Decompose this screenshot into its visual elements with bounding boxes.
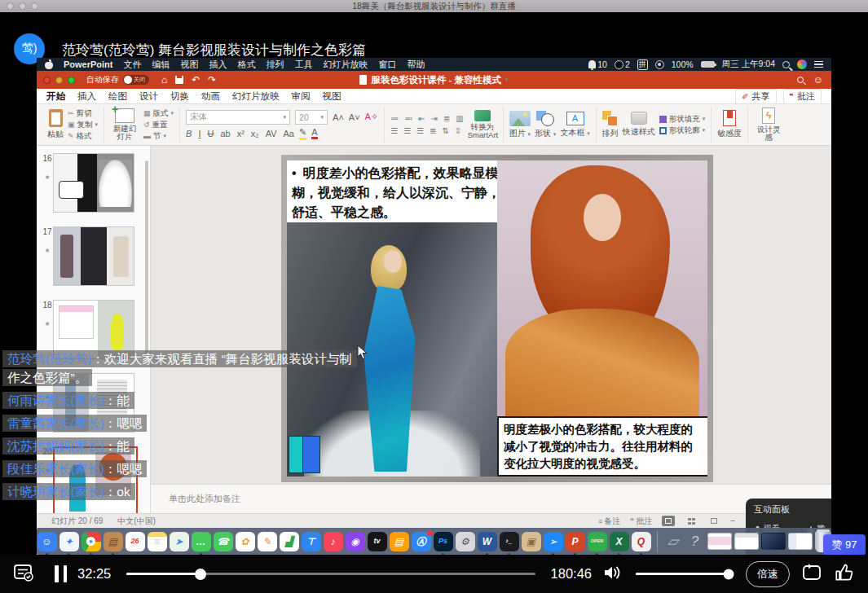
appstore-icon[interactable]: Ⓐ <box>412 532 431 551</box>
home-icon[interactable]: ⌂ <box>161 74 167 86</box>
layout-button[interactable]: ▦版式▾ <box>143 108 174 119</box>
slide-sorter-view-button[interactable] <box>685 516 698 526</box>
menu-item[interactable]: 帮助 <box>408 59 425 71</box>
contacts-icon[interactable]: ▤ <box>104 532 123 551</box>
volume-slider[interactable] <box>636 573 732 575</box>
shrink-font-button[interactable]: A˅ <box>349 112 360 122</box>
window-minimize-icon[interactable] <box>19 2 26 10</box>
volume-button[interactable] <box>602 564 622 585</box>
format-painter-button[interactable]: ✎格式 <box>68 131 98 142</box>
ribbon-tab[interactable]: 审阅 <box>292 90 311 103</box>
books-icon[interactable]: ▤ <box>390 532 409 551</box>
shape-outline-button[interactable]: 形状轮廓▾ <box>659 125 706 136</box>
siri-icon[interactable] <box>797 59 807 69</box>
save-icon[interactable] <box>175 76 183 84</box>
format-button[interactable]: ab <box>220 129 230 138</box>
share-button[interactable]: ✐共享 <box>735 89 776 104</box>
slide-thumbnail[interactable]: 16 ★ <box>42 153 150 213</box>
settings-icon[interactable]: ⚙ <box>456 532 475 551</box>
format-button[interactable]: I <box>198 129 200 138</box>
align-left-icon[interactable]: ☰ <box>390 126 398 135</box>
keynote-icon[interactable]: ⊤ <box>302 532 321 551</box>
autosave-toggle[interactable]: 关闭 <box>123 75 149 85</box>
ribbon-tab[interactable]: 切换 <box>170 90 189 103</box>
align-right-icon[interactable]: ☰ <box>416 126 424 135</box>
normal-view-button[interactable] <box>662 516 675 526</box>
format-button[interactable]: B <box>186 129 192 138</box>
format-button[interactable]: U <box>207 129 214 138</box>
menu-item[interactable]: 工具 <box>295 59 313 71</box>
calendar-icon[interactable]: 26 <box>126 532 145 551</box>
quick-styles-button[interactable]: 快速样式 <box>623 112 655 138</box>
apple-menu-icon[interactable] <box>45 60 53 69</box>
notification-center-icon[interactable] <box>814 61 823 68</box>
ribbon-tab[interactable]: 视图 <box>323 90 341 103</box>
new-slide-button[interactable]: 新建幻灯片 <box>110 108 139 142</box>
slide-thumbnail[interactable]: 17 ★ <box>42 226 150 286</box>
ribbon-tab[interactable]: 幻灯片放映 <box>232 90 280 103</box>
format-button[interactable]: x² <box>237 129 245 138</box>
language-status[interactable]: 中文(中国) <box>117 516 156 527</box>
ribbon-tab[interactable]: 设计 <box>139 90 158 103</box>
notes-icon[interactable]: ≡ <box>148 532 167 551</box>
window-zoom-icon[interactable] <box>31 2 38 10</box>
messages-icon[interactable]: … <box>192 532 211 551</box>
section-button[interactable]: ▬节▾ <box>143 131 174 142</box>
menu-item[interactable]: 幻灯片放映 <box>324 59 368 71</box>
feedback-smiley-icon[interactable]: ☺ <box>813 74 823 86</box>
menubar-clock[interactable]: 周三 上午9:04 <box>722 59 775 70</box>
smartart-button[interactable]: 转换为SmartArt <box>468 110 497 140</box>
window-controls[interactable] <box>7 2 38 10</box>
subtitle-list-button[interactable] <box>13 563 34 586</box>
text-direction-icon[interactable]: ⇅ <box>442 126 448 135</box>
like-count-badge[interactable]: 赞 97 <box>823 534 866 556</box>
window-chrome-icon[interactable] <box>734 533 759 550</box>
portrait-photo[interactable] <box>497 160 707 416</box>
rotate-screen-button[interactable] <box>800 562 823 586</box>
dock-divider[interactable] <box>657 531 658 552</box>
clear-format-button[interactable]: A✧ <box>365 112 379 122</box>
close-icon[interactable] <box>43 77 51 84</box>
window-finder-icon[interactable] <box>788 533 813 550</box>
redo-icon[interactable]: ↷ <box>208 74 216 86</box>
insert-shape-button[interactable]: 形状 ▾ <box>535 111 556 139</box>
align-text-icon[interactable]: ⇳ <box>455 126 461 135</box>
word-icon[interactable]: W <box>478 532 497 551</box>
ppt-window-controls[interactable] <box>43 77 75 84</box>
design-ideas-button[interactable]: ϟ设计灵感 <box>754 108 783 143</box>
slide-bullet-text[interactable]: •明度差小的色彩搭配，效果略显模糊，视觉缓和，给人以深沉、宁静，舒适、平稳之感。 <box>292 164 502 222</box>
progress-handle[interactable] <box>195 569 206 580</box>
format-button[interactable]: Aa <box>283 129 293 138</box>
shape-fill-button[interactable]: 形状填充▾ <box>659 114 706 125</box>
pages-icon[interactable]: ✎ <box>258 532 277 551</box>
finder-icon[interactable]: ☺ <box>37 532 57 551</box>
volume-handle[interactable] <box>724 569 734 579</box>
spotlight-search-icon[interactable] <box>782 61 790 68</box>
comments-toggle[interactable]: ❞批注 <box>630 516 652 527</box>
numbers-icon[interactable]: ▟ <box>280 532 299 551</box>
progress-bar[interactable] <box>126 573 535 575</box>
menu-item[interactable]: 窗口 <box>379 59 397 71</box>
insert-picture-button[interactable]: 图片 ▾ <box>509 111 531 139</box>
comments-button[interactable]: ❞批注 <box>783 89 822 104</box>
podcasts-icon[interactable]: ◉ <box>346 532 365 551</box>
missing-app-icon[interactable]: ? <box>685 532 705 551</box>
undo-icon[interactable]: ↶ <box>192 74 200 86</box>
photoshop-icon[interactable]: Ps <box>434 532 453 551</box>
nutstore-icon[interactable]: ▣ <box>522 532 541 551</box>
slide-thumbnail-image[interactable] <box>53 226 134 286</box>
safari-icon[interactable]: ✦ <box>59 532 79 551</box>
columns-icon[interactable]: ▥ <box>456 114 463 123</box>
photos-icon[interactable]: ✿ <box>236 532 255 551</box>
tv-icon[interactable]: tv <box>368 532 387 551</box>
excel-icon[interactable]: X <box>610 532 629 551</box>
font-size-select[interactable]: 20▾ <box>295 110 328 125</box>
format-button[interactable]: x₂ <box>251 129 259 138</box>
macos-dock[interactable]: ☺ ✦ ● ▤ 26 ≡ ➤ <box>37 528 831 555</box>
highlight-color-button[interactable]: ✎ <box>299 127 306 140</box>
paste-button[interactable]: 粘贴 <box>47 109 64 140</box>
insert-textbox-button[interactable]: A文本框 ▾ <box>560 112 589 138</box>
playback-speed-button[interactable]: 倍速 <box>746 561 790 587</box>
shield-status[interactable]: 2 <box>615 59 630 69</box>
chrome-icon[interactable]: ● <box>82 532 101 551</box>
